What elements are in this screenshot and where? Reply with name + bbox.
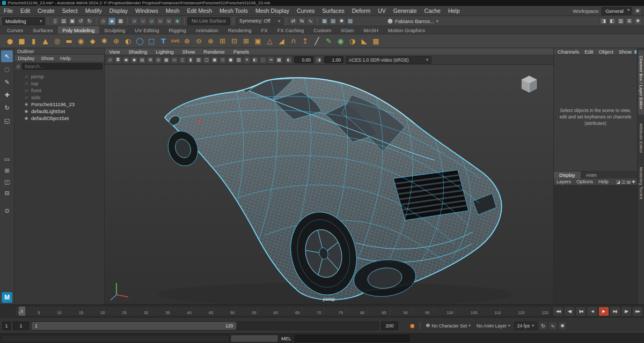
menu-item[interactable]: Windows xyxy=(131,6,162,16)
fill-hole-icon[interactable]: ▣ xyxy=(252,35,264,47)
wireframe-mode-icon[interactable]: ◇ xyxy=(219,56,226,64)
workspace-options-icon[interactable]: ✱ xyxy=(634,8,641,14)
outliner-menu-item[interactable]: Show xyxy=(38,55,57,61)
sidebar-tab[interactable]: Attribute Editor xyxy=(638,118,644,159)
step-forward-frame-icon[interactable]: ▮▶ xyxy=(621,307,632,316)
play-backwards-icon[interactable]: ◀ xyxy=(587,307,597,316)
crease-set-icon[interactable]: ◣ xyxy=(358,35,370,47)
move-tool[interactable]: ✚ xyxy=(1,89,13,101)
outliner-item[interactable]: ▱ top xyxy=(14,80,104,87)
redo-icon[interactable]: ↻ xyxy=(85,17,93,25)
shelf-tab[interactable]: Sculpting xyxy=(99,26,130,34)
select-hierarchy-icon[interactable]: ◇ xyxy=(99,17,107,25)
camera-attributes-icon[interactable]: ◉ xyxy=(122,56,130,64)
command-input[interactable] xyxy=(295,335,409,342)
menu-item[interactable]: Surfaces xyxy=(318,6,348,16)
polygon-plane-icon[interactable]: ▬ xyxy=(63,35,75,47)
shaded-mode-icon[interactable]: ● xyxy=(227,56,235,64)
select-component-icon[interactable]: ▦ xyxy=(116,17,125,25)
viewport-menu-item[interactable]: Lighting xyxy=(151,49,178,55)
mel-language-toggle[interactable]: MEL xyxy=(281,336,291,341)
select-tool[interactable]: ↖ xyxy=(1,50,13,62)
shelf-tab[interactable]: Rendering xyxy=(223,26,257,34)
fps-dropdown[interactable]: 24 fps ▾ xyxy=(514,322,537,330)
anim-layer-dropdown[interactable]: No Anim Layer ▾ xyxy=(474,322,513,330)
exposure-icon[interactable]: ◐ xyxy=(285,56,292,64)
shelf-tab[interactable]: FX Caching xyxy=(273,26,309,34)
shelf-tab[interactable]: Motion Graphics xyxy=(383,26,430,34)
gamma-icon[interactable]: ◑ xyxy=(315,56,323,64)
auto-keyframe-icon[interactable]: ● xyxy=(408,322,416,330)
snap-curve-icon[interactable]: ∪ xyxy=(139,17,147,25)
sidebar-tab[interactable]: Modeling Toolkit xyxy=(638,162,644,205)
layer-menu-item[interactable]: Options xyxy=(574,179,596,184)
render-settings-icon[interactable]: ✱ xyxy=(338,17,346,25)
exposure-field[interactable]: 0.00 xyxy=(294,56,313,63)
safe-action-icon[interactable]: ▢ xyxy=(203,56,210,64)
step-back-frame-icon[interactable]: ◀▮ xyxy=(564,307,575,316)
shelf-tab[interactable]: Rigging xyxy=(164,26,191,34)
outliner-item[interactable]: ◉ defaultLightSet xyxy=(14,108,104,115)
channel-box-menu-item[interactable]: Show xyxy=(616,49,634,55)
layer-visibility-icon[interactable]: ◪ xyxy=(617,180,621,184)
menu-item[interactable]: Select xyxy=(58,6,82,16)
snap-grid-icon[interactable]: ∪ xyxy=(130,17,138,25)
boolean-union-icon[interactable]: ⊕ xyxy=(181,35,193,47)
scale-tool[interactable]: ◱ xyxy=(1,115,13,126)
viewport-menu-item[interactable]: Panels xyxy=(229,49,253,55)
shelf-tab[interactable]: FX xyxy=(257,26,273,34)
polygon-cone-icon[interactable]: ▲ xyxy=(40,35,51,47)
resolution-gate-icon[interactable]: ▯ xyxy=(179,56,186,64)
layout-persp-panels-icon[interactable]: ⊟ xyxy=(1,188,13,198)
menu-item[interactable]: Mesh Display xyxy=(252,6,293,16)
range-slider-track[interactable]: 1 120 xyxy=(31,322,379,330)
shelf-tab[interactable]: Curves xyxy=(2,26,28,34)
super-ellipse-icon[interactable]: ◐ xyxy=(122,35,134,47)
field-chart-icon[interactable]: ▧ xyxy=(195,56,202,64)
range-slider-handle[interactable]: 1 120 xyxy=(32,322,236,330)
workspace-layout-icon[interactable]: ⊞ xyxy=(625,17,633,25)
menu-item[interactable]: Help xyxy=(444,6,464,16)
workspace-dropdown[interactable]: General xyxy=(602,7,632,15)
select-object-icon[interactable]: ◆ xyxy=(108,17,116,25)
soccer-ball-icon[interactable]: ⊕ xyxy=(111,35,122,47)
menu-set-dropdown[interactable]: Modeling▾ xyxy=(2,17,45,25)
animation-start-field[interactable]: 1 xyxy=(2,322,11,330)
xray-icon[interactable]: ▩ xyxy=(275,56,283,64)
snap-view-plane-icon[interactable]: ∪ xyxy=(165,17,173,25)
view-cube[interactable] xyxy=(517,71,541,100)
shadows-icon[interactable]: ◐ xyxy=(251,56,259,64)
play-forward-icon[interactable]: ▶ xyxy=(598,307,609,316)
target-weld-icon[interactable]: ◉ xyxy=(335,35,346,47)
polygon-sphere-icon[interactable]: ● xyxy=(4,35,16,47)
boolean-difference-icon[interactable]: ⊖ xyxy=(193,35,204,47)
account-menu[interactable]: ☻ Fabiano Barros... ▾ xyxy=(387,18,438,24)
boolean-intersect-icon[interactable]: ⊗ xyxy=(205,35,216,47)
sidebar-tab[interactable]: Channel Box / Layer Editor xyxy=(638,50,644,115)
bridge-icon[interactable]: ∩ xyxy=(288,35,299,47)
type-tool-icon[interactable]: T xyxy=(158,35,169,47)
oversampling-icon[interactable]: ◎ xyxy=(155,56,162,64)
outliner-menu-item[interactable]: Help xyxy=(57,55,74,61)
menu-item[interactable]: Curves xyxy=(293,6,318,16)
select-camera-icon[interactable]: ▱ xyxy=(106,56,114,64)
mirror-icon[interactable]: ◑ xyxy=(347,35,358,47)
outliner-item[interactable]: ▱ persp xyxy=(14,73,104,80)
go-to-start-icon[interactable]: ◀◀ xyxy=(553,307,564,316)
channel-box-menu-item[interactable]: Channels xyxy=(555,49,582,55)
playback-start-field[interactable]: 1 xyxy=(13,322,29,330)
file-save-icon[interactable]: ▣ xyxy=(68,17,76,25)
outliner-search-input[interactable] xyxy=(22,63,103,70)
textured-mode-icon[interactable]: ▨ xyxy=(235,56,243,64)
smooth-icon[interactable]: △ xyxy=(264,35,275,47)
remesh-icon[interactable]: ▩ xyxy=(370,35,382,47)
outliner-item[interactable]: ◉ defaultObjectSet xyxy=(14,115,104,122)
ipr-render-icon[interactable]: ▧ xyxy=(329,17,337,25)
bookmarks-icon[interactable]: ◆ xyxy=(130,56,138,64)
gate-mask-icon[interactable]: ▮ xyxy=(187,56,194,64)
snap-point-icon[interactable]: ∪ xyxy=(148,17,156,25)
viewport-menu-item[interactable]: Shading xyxy=(124,49,151,55)
shelf-tab[interactable]: Surfaces xyxy=(28,26,58,34)
polygon-gear-icon[interactable]: ✱ xyxy=(99,35,110,47)
lasso-tool[interactable]: ◌ xyxy=(1,63,13,75)
